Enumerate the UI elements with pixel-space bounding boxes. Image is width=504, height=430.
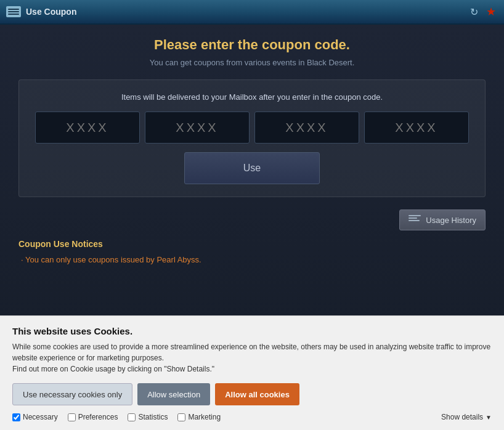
allow-selection-button[interactable]: Allow selection [137,383,210,405]
coupon-input-1[interactable] [35,112,140,144]
checkbox-necessary-label: Necessary [23,413,58,421]
coupon-input-4[interactable] [364,112,469,144]
cookie-description: While some cookies are used to provide a… [12,341,492,375]
checkbox-preferences[interactable]: Preferences [68,413,118,421]
checkbox-statistics-input[interactable] [128,413,136,421]
notice-item-1: · You can only use coupons issued by Pea… [18,255,486,264]
page-title: Please enter the coupon code. [18,37,486,53]
coupon-input-3[interactable] [254,112,359,144]
icon-line-2 [8,11,19,12]
title-bar: Use Coupon ↻ ★ [0,0,504,25]
cookie-checkboxes: Necessary Preferences Statistics Marketi… [12,413,221,421]
use-button[interactable]: Use [184,152,320,184]
chevron-down-icon: ▼ [486,414,492,421]
icon-line-1 [8,9,19,10]
checkbox-marketing-label: Marketing [188,413,221,421]
cookie-buttons-row: Use necessary cookies only Allow selecti… [12,383,492,405]
necessary-cookies-button[interactable]: Use necessary cookies only [12,383,132,405]
usage-history-container: Usage History [18,209,486,230]
window-title: Use Coupon [26,7,76,17]
checkbox-statistics[interactable]: Statistics [128,413,168,421]
history-line-1 [408,215,421,216]
checkbox-necessary[interactable]: Necessary [12,413,58,421]
coupon-instruction: Items will be delivered to your Mailbox … [31,92,473,102]
cookie-bottom-row: Necessary Preferences Statistics Marketi… [12,413,492,421]
history-line-2 [408,217,417,219]
checkbox-preferences-input[interactable] [68,413,76,421]
main-content: Please enter the coupon code. You can ge… [0,25,504,430]
usage-history-label: Usage History [426,216,476,225]
notices-title: Coupon Use Notices [18,239,486,249]
title-bar-left: Use Coupon [6,6,76,17]
checkbox-necessary-input[interactable] [12,413,20,421]
allow-all-cookies-button[interactable]: Allow all cookies [215,383,299,405]
coupon-input-2[interactable] [145,112,250,144]
checkbox-statistics-label: Statistics [138,413,168,421]
page-subtitle: You can get coupons from various events … [18,58,486,67]
coupon-inputs-row [31,112,473,144]
notices-section: Coupon Use Notices · You can only use co… [18,239,486,264]
cookie-banner: This website uses Cookies. While some co… [0,315,504,430]
star-button[interactable]: ★ [484,5,498,18]
icon-line-3 [8,14,19,15]
cookie-title: This website uses Cookies. [12,326,492,336]
checkbox-preferences-label: Preferences [78,413,118,421]
coupon-icon [6,6,21,17]
usage-history-button[interactable]: Usage History [399,209,486,230]
title-bar-controls: ↻ ★ [467,5,498,18]
checkbox-marketing-input[interactable] [177,413,185,421]
use-btn-container: Use [31,152,473,184]
history-line-3 [408,220,420,221]
history-icon [408,215,421,225]
show-details-label: Show details [441,413,483,421]
show-details-button[interactable]: Show details ▼ [441,413,492,421]
checkbox-marketing[interactable]: Marketing [177,413,221,421]
refresh-button[interactable]: ↻ [467,5,481,18]
coupon-box: Items will be delivered to your Mailbox … [18,79,486,197]
